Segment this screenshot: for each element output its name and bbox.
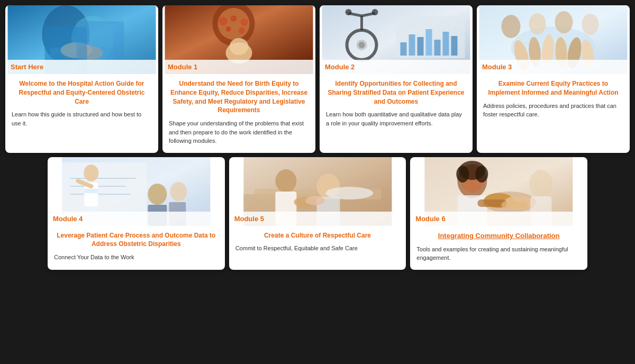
svg-point-17 xyxy=(239,28,245,34)
svg-point-12 xyxy=(230,38,249,55)
module6-body: Integrating Community Collaboration Tool… xyxy=(410,226,587,270)
card-module2[interactable]: Module 2 Identify Opportunities for Coll… xyxy=(320,5,473,153)
module1-body: Understand the Need for Birth Equity to … xyxy=(162,74,315,153)
card-module4[interactable]: Module 4 Leverage Patient Care Process a… xyxy=(48,157,225,270)
module6-title-link[interactable]: Integrating Community Collaboration xyxy=(416,231,581,241)
svg-rect-20 xyxy=(401,42,407,56)
svg-point-76 xyxy=(476,166,488,183)
card-module2-image-wrap: Module 2 xyxy=(320,5,473,74)
module2-desc: Learn how both quantitative and qualitat… xyxy=(326,110,466,128)
card-module1[interactable]: Module 1 Understand the Need for Birth E… xyxy=(162,5,315,153)
svg-point-32 xyxy=(346,9,352,15)
module3-label: Module 3 xyxy=(482,63,624,71)
module4-body: Leverage Patient Care Process and Outcom… xyxy=(48,226,225,269)
svg-point-33 xyxy=(372,9,378,15)
svg-point-83 xyxy=(530,170,553,197)
start-here-desc: Learn how this guide is structured and h… xyxy=(12,110,152,128)
module3-label-overlay: Module 3 xyxy=(477,60,630,74)
module3-body: Examine Current Equity Practices to Impl… xyxy=(477,74,630,126)
svg-point-45 xyxy=(529,13,546,34)
module2-label: Module 2 xyxy=(325,63,467,71)
card-start-here-image-wrap: Start Here xyxy=(5,5,158,74)
svg-point-46 xyxy=(555,11,573,33)
start-here-title: Welcome to the Hospital Action Guide for… xyxy=(12,79,152,106)
module3-desc: Address policies, procedures and practic… xyxy=(483,102,623,119)
module1-label-overlay: Module 1 xyxy=(162,60,315,74)
module5-label-overlay: Module 5 xyxy=(229,212,406,226)
svg-point-35 xyxy=(359,42,365,48)
svg-point-56 xyxy=(148,184,167,205)
svg-point-13 xyxy=(219,17,228,25)
module4-desc: Connect Your Data to the Work xyxy=(54,253,219,262)
module4-label-overlay: Module 4 xyxy=(48,212,225,226)
module1-desc: Shape your understanding of the problems… xyxy=(169,119,309,145)
svg-point-66 xyxy=(275,169,296,193)
svg-rect-25 xyxy=(443,32,449,56)
svg-point-75 xyxy=(457,166,469,183)
svg-rect-26 xyxy=(451,36,458,56)
svg-point-57 xyxy=(170,182,187,201)
svg-rect-23 xyxy=(426,29,432,56)
card-module1-image-wrap: Module 1 xyxy=(162,5,315,74)
start-here-body: Welcome to the Hospital Action Guide for… xyxy=(5,74,158,135)
module5-label: Module 5 xyxy=(234,215,401,223)
module2-title: Identify Opportunities for Collecting an… xyxy=(326,79,466,106)
module6-desc: Tools and examples for creating and sust… xyxy=(416,245,581,262)
module5-desc: Commit to Respectful, Equitable and Safe… xyxy=(235,244,400,253)
svg-point-70 xyxy=(325,187,373,199)
module1-title: Understand the Need for Birth Equity to … xyxy=(169,79,309,115)
svg-point-44 xyxy=(502,15,521,38)
svg-point-53 xyxy=(84,165,98,181)
svg-rect-55 xyxy=(84,189,98,193)
module1-label: Module 1 xyxy=(168,63,310,71)
svg-rect-21 xyxy=(409,34,415,56)
card-module5-image-wrap: Module 5 xyxy=(229,157,406,226)
module6-label-overlay: Module 6 xyxy=(410,212,587,226)
svg-rect-22 xyxy=(418,37,424,56)
start-here-label-overlay: Start Here xyxy=(5,60,158,74)
module5-title: Create a Culture of Respectful Care xyxy=(235,231,400,240)
start-here-label: Start Here xyxy=(11,63,153,71)
svg-point-16 xyxy=(226,26,231,32)
svg-point-69 xyxy=(305,196,324,205)
card-module5[interactable]: Module 5 Create a Culture of Respectful … xyxy=(229,157,406,270)
bottom-row: Module 4 Leverage Patient Care Process a… xyxy=(48,157,587,270)
svg-point-47 xyxy=(582,14,599,35)
card-module6-image-wrap: Module 6 xyxy=(410,157,587,226)
module5-body: Create a Culture of Respectful Care Comm… xyxy=(229,226,406,260)
svg-rect-24 xyxy=(434,40,441,56)
top-row: Start Here Welcome to the Hospital Actio… xyxy=(5,5,630,153)
module6-label: Module 6 xyxy=(415,215,582,223)
module4-label: Module 4 xyxy=(53,215,220,223)
card-module3[interactable]: Module 3 Examine Current Equity Practice… xyxy=(477,5,630,153)
svg-rect-82 xyxy=(502,202,528,208)
module4-title: Leverage Patient Care Process and Outcom… xyxy=(54,231,219,249)
card-module6[interactable]: Module 6 Integrating Community Collabora… xyxy=(410,157,587,270)
module2-body: Identify Opportunities for Collecting an… xyxy=(320,74,473,135)
card-module3-image-wrap: Module 3 xyxy=(477,5,630,74)
module2-label-overlay: Module 2 xyxy=(320,60,473,74)
module3-title: Examine Current Equity Practices to Impl… xyxy=(483,79,623,97)
svg-point-14 xyxy=(231,15,237,22)
card-start-here[interactable]: Start Here Welcome to the Hospital Actio… xyxy=(5,5,158,153)
svg-point-15 xyxy=(241,19,248,26)
card-module4-image-wrap: Module 4 xyxy=(48,157,225,226)
